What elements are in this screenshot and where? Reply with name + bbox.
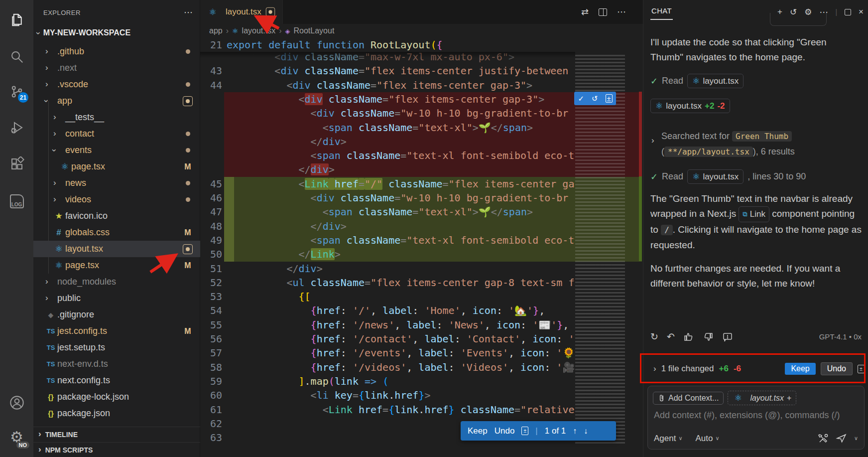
view-diff-icon[interactable]: ± xyxy=(858,365,865,373)
section-npm-scripts[interactable]: › NPM SCRIPTS xyxy=(33,442,200,457)
configure-tools-icon[interactable] xyxy=(818,433,829,444)
tree-folder--github[interactable]: ›.github xyxy=(33,43,200,60)
tree-file-next-env-d-ts[interactable]: TSnext-env.d.ts xyxy=(33,356,200,372)
open-changes-ic[interactable]: ⇄ xyxy=(581,6,589,17)
line-number: 46 xyxy=(200,191,222,205)
tree-file-page-tsx[interactable]: ⚛page.tsxM xyxy=(33,257,200,274)
prev-change-icon[interactable]: ↑ xyxy=(573,427,577,436)
maximize-panel-icon[interactable] xyxy=(845,9,851,15)
split-editor-icon[interactable] xyxy=(599,8,607,16)
sticky-scroll-line[interactable]: 21export default function RootLayout({ xyxy=(200,38,575,52)
chevron-right-icon[interactable]: › xyxy=(653,364,656,373)
chat-tab[interactable]: CHAT xyxy=(650,4,673,20)
chevron-down-icon[interactable]: ∨ xyxy=(854,435,858,442)
tool-search-row[interactable]: › Searched text for Green Thumb (**/app/… xyxy=(650,129,862,159)
settings-gear-icon[interactable]: ⚙ NO xyxy=(0,424,33,450)
model-select[interactable]: Auto∨ xyxy=(696,434,720,444)
tree-file-globals-css[interactable]: #globals.cssM xyxy=(33,224,200,241)
tree-folder--vscode[interactable]: ›.vscode xyxy=(33,76,200,93)
more-actions-icon[interactable]: ⋯ xyxy=(617,6,626,17)
tree-folder-app[interactable]: ›app xyxy=(33,93,200,109)
section-timeline[interactable]: › TIMELINE xyxy=(33,427,200,442)
edited-by-chat-badge xyxy=(183,244,193,254)
next-change-icon[interactable]: ↓ xyxy=(584,427,588,436)
workspace-root-row[interactable]: › MY-NEW-WORKSPACE xyxy=(33,26,200,40)
tree-folder-node-modules[interactable]: ›node_modules xyxy=(33,274,200,290)
chat-input-box[interactable]: Add Context... ⚛ layout.tsx + Add contex… xyxy=(647,386,865,450)
tree-item-label: next.config.ts xyxy=(57,375,110,386)
breadcrumb-item[interactable]: layout.tsx xyxy=(242,26,276,35)
tree-item-label: contact xyxy=(65,129,94,139)
breadcrumb-item[interactable]: app xyxy=(209,26,223,35)
undo-all-button[interactable]: Undo xyxy=(821,362,853,375)
retry-icon[interactable]: ↻ xyxy=(650,331,658,342)
tree-folder-news[interactable]: ›news xyxy=(33,175,200,191)
tree-file-layout-tsx[interactable]: ⚛layout.tsx xyxy=(33,241,200,257)
chevron-right-icon: › xyxy=(45,80,48,88)
tree-folder--tests-[interactable]: ›__tests__ xyxy=(33,109,200,126)
thumbs-down-icon[interactable] xyxy=(703,331,714,342)
changed-file-pill[interactable]: ⚛ layout.tsx +2 -2 xyxy=(650,99,730,113)
breadcrumb-item[interactable]: RootLayout xyxy=(294,26,335,35)
tree-folder--next[interactable]: ›.next xyxy=(33,60,200,76)
report-issue-icon[interactable] xyxy=(722,331,733,342)
account-icon[interactable] xyxy=(0,390,33,416)
keep-all-button[interactable]: Keep xyxy=(785,363,815,375)
chat-input-placeholder[interactable]: Add context (#), extensions (@), command… xyxy=(654,410,840,421)
tree-file-package-lock-json[interactable]: {}package-lock.json xyxy=(33,389,200,405)
tree-folder-events[interactable]: ›events xyxy=(33,142,200,158)
tree-file-package-json[interactable]: {}package.json xyxy=(33,405,200,422)
tree-item-label: package-lock.json xyxy=(57,392,129,402)
source-control-icon[interactable]: 21 xyxy=(0,79,33,105)
line-number: 48 xyxy=(200,219,222,234)
breadcrumb-separator: › xyxy=(226,26,229,35)
inline-diff-toolbar[interactable]: ✓ ↺ ± xyxy=(574,92,616,105)
link-component-pill[interactable]: ⧉Link xyxy=(739,206,769,222)
extensions-icon[interactable] xyxy=(0,151,33,177)
tree-file-page-tsx[interactable]: ⚛page.tsxM xyxy=(33,158,200,175)
minimap[interactable] xyxy=(574,24,638,457)
diff-file-icon[interactable]: ± xyxy=(606,94,613,103)
tree-folder-videos[interactable]: ›videos xyxy=(33,191,200,208)
discard-change-icon[interactable]: ↺ xyxy=(592,94,598,103)
line-number: 53 xyxy=(200,290,222,304)
sticky-shadow xyxy=(200,52,575,58)
tree-file--gitignore[interactable]: ◆.gitignore xyxy=(33,306,200,323)
file-pill[interactable]: ⚛layout.tsx xyxy=(687,169,744,184)
add-context-button[interactable]: Add Context... xyxy=(653,392,724,405)
tree-file-favicon-ico[interactable]: ★favicon.ico xyxy=(33,208,200,224)
assistant-paragraph: I'll update the code so that clicking "G… xyxy=(650,35,862,65)
line-number: 59 xyxy=(200,374,222,389)
line-number: 60 xyxy=(200,388,222,403)
tree-folder-contact[interactable]: ›contact xyxy=(33,126,200,142)
keep-button[interactable]: Keep xyxy=(468,426,488,436)
tree-folder-public[interactable]: ›public xyxy=(33,290,200,306)
run-debug-icon[interactable] xyxy=(0,115,33,141)
chevron-right-icon: › xyxy=(651,136,654,145)
undo-button[interactable]: Undo xyxy=(495,426,515,436)
send-icon[interactable] xyxy=(836,433,847,444)
tree-file-next-config-ts[interactable]: TSnext.config.ts xyxy=(33,372,200,389)
ts-file-icon: TS xyxy=(45,360,56,368)
file-pill[interactable]: ⚛layout.tsx xyxy=(687,74,744,88)
tree-file-jest-config-ts[interactable]: TSjest.config.tsM xyxy=(33,323,200,339)
diff-file-icon[interactable]: ± xyxy=(521,427,528,435)
tree-item-label: jest.config.ts xyxy=(57,326,107,336)
thumbs-up-icon[interactable] xyxy=(683,331,694,342)
agent-mode-select[interactable]: Agent∨ xyxy=(654,434,683,444)
tab-bar: ⚛ layout.tsx ⇄ ⋯ xyxy=(200,0,643,24)
previous-message-remnant xyxy=(770,13,827,26)
tab-modified-badge[interactable] xyxy=(266,7,275,16)
attached-file-pill[interactable]: ⚛ layout.tsx + xyxy=(728,391,796,405)
search-icon[interactable] xyxy=(0,44,33,70)
breadcrumb[interactable]: app›⚛layout.tsx›◈RootLayout xyxy=(200,24,574,38)
close-panel-icon[interactable]: × xyxy=(859,7,864,17)
undo-edits-icon[interactable]: ↶ xyxy=(667,331,675,342)
tree-file-jest-setup-ts[interactable]: TSjest.setup.ts xyxy=(33,339,200,356)
explorer-more-icon[interactable]: ⋯ xyxy=(184,7,193,18)
overview-ruler[interactable] xyxy=(638,24,643,457)
accept-change-icon[interactable]: ✓ xyxy=(578,94,584,103)
log-icon[interactable]: LOG xyxy=(0,188,33,214)
explorer-icon[interactable] xyxy=(0,7,33,33)
tab-layout-tsx[interactable]: ⚛ layout.tsx xyxy=(200,0,283,24)
